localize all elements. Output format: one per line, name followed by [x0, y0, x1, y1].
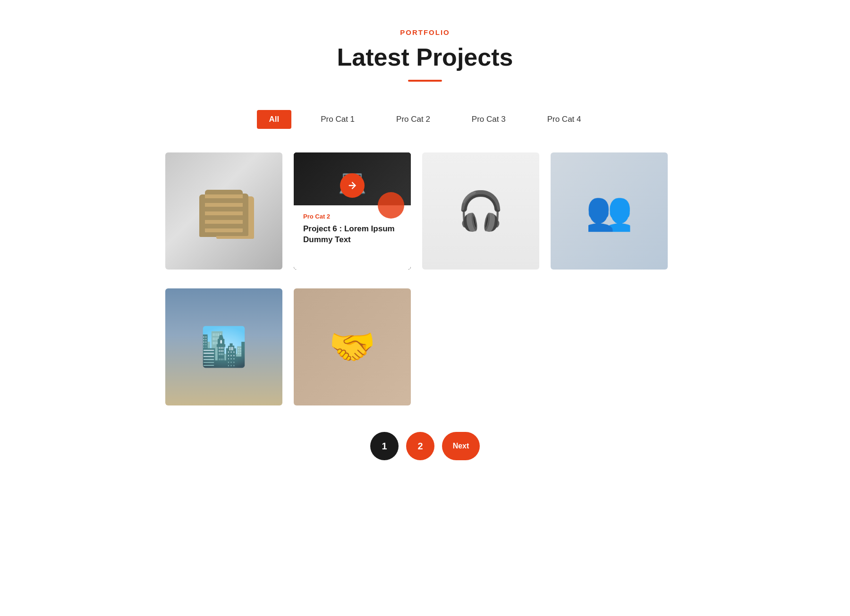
pagination: 1 2 Next [370, 432, 480, 460]
project-card-5[interactable] [165, 288, 282, 405]
empty-slot-1 [422, 288, 539, 405]
empty-slot-2 [551, 288, 668, 405]
page-title: Latest Projects [337, 43, 513, 71]
card-arrow-button[interactable] [340, 173, 365, 198]
filter-procat1[interactable]: Pro Cat 1 [308, 110, 367, 129]
filter-procat3[interactable]: Pro Cat 3 [459, 110, 518, 129]
project-card-3[interactable] [422, 152, 539, 270]
page-button-1[interactable]: 1 [370, 432, 399, 460]
filter-procat2[interactable]: Pro Cat 2 [384, 110, 442, 129]
projects-row-2 [165, 288, 685, 405]
projects-row-1: Pro Cat 2 Project 6 : Lorem Ipsum Dummy … [165, 152, 685, 270]
project-card-6[interactable] [294, 288, 411, 405]
card-decoration-circle [378, 192, 404, 219]
page-button-2[interactable]: 2 [406, 432, 434, 460]
page-button-next[interactable]: Next [442, 432, 480, 460]
title-underline [408, 80, 442, 82]
project-card-4[interactable] [551, 152, 668, 270]
filter-all[interactable]: All [257, 110, 292, 129]
filter-procat4[interactable]: Pro Cat 4 [535, 110, 594, 129]
card-project-title: Project 6 : Lorem Ipsum Dummy Text [303, 224, 401, 245]
project-card-1[interactable] [165, 152, 282, 270]
card-info-panel: Pro Cat 2 Project 6 : Lorem Ipsum Dummy … [294, 205, 411, 270]
filter-tabs: All Pro Cat 1 Pro Cat 2 Pro Cat 3 Pro Ca… [257, 110, 594, 129]
project-card-2-featured[interactable]: Pro Cat 2 Project 6 : Lorem Ipsum Dummy … [294, 152, 411, 270]
page-container: PORTFOLIO Latest Projects All Pro Cat 1 … [0, 0, 850, 498]
section-label: PORTFOLIO [400, 28, 450, 36]
